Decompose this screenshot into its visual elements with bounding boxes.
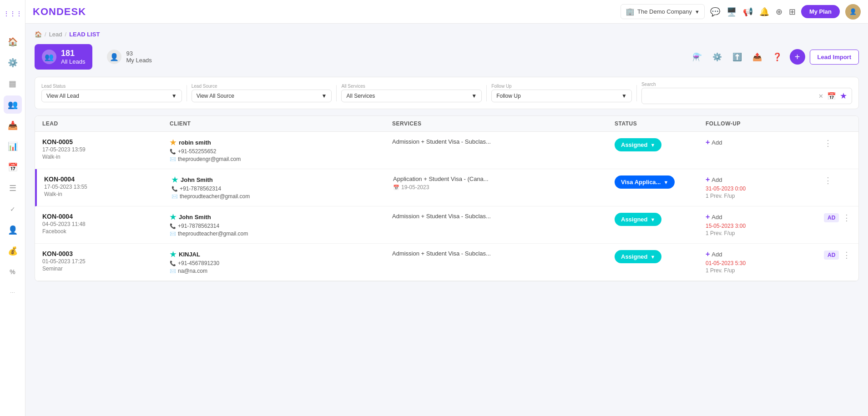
lead-id: KON-0004 [42, 213, 170, 220]
all-leads-icon: 👥 [42, 50, 56, 64]
calendar-icon: 📅 [393, 185, 399, 190]
help-icon[interactable]: ❓ [770, 49, 785, 65]
sidebar-item-more[interactable]: ⋯ [4, 284, 22, 302]
follow-up-select[interactable]: Follow Up ▼ [491, 90, 632, 102]
export-icon[interactable]: 📤 [750, 49, 765, 65]
megaphone-icon[interactable]: 📢 [743, 7, 753, 17]
all-leads-tab[interactable]: 👥 181 All Leads [35, 44, 92, 70]
lead-status-select[interactable]: View All Lead ▼ [41, 90, 182, 102]
status-button[interactable]: Assigned ▼ [615, 213, 661, 226]
star-filter-icon[interactable]: ★ [840, 91, 847, 101]
followup-prev: 1 Prev. F/up [706, 230, 824, 236]
sidebar-item-contacts[interactable]: 👤 [4, 221, 22, 239]
sidebar-item-settings[interactable]: ⚙️ [4, 54, 22, 72]
row-actions: AD⋮ [824, 250, 851, 260]
followup-add-btn[interactable]: + Add [706, 138, 824, 146]
sidebar-item-report[interactable]: 📊 [4, 137, 22, 155]
message-icon[interactable]: 💬 [710, 7, 720, 17]
services-info: Admission + Student Visa - Subclas... [392, 213, 615, 220]
row-actions: AD⋮ [824, 213, 851, 223]
sidebar-item-chart[interactable]: ▦ [4, 75, 22, 93]
followup-add-btn[interactable]: + Add [706, 213, 824, 221]
avatar[interactable]: 👤 [845, 4, 861, 20]
row-menu-icon[interactable]: ⋮ [824, 175, 832, 185]
followup-add-btn[interactable]: + Add [706, 175, 824, 184]
lead-date: 17-05-2023 13:59 [42, 146, 170, 153]
lead-import-button[interactable]: Lead Import [810, 50, 859, 65]
follow-up-filter: Follow Up Follow Up ▼ [491, 84, 632, 102]
status-button[interactable]: Assigned ▼ [615, 138, 661, 151]
sidebar-item-menu[interactable]: ⋮⋮⋮ [4, 5, 22, 23]
my-leads-tab[interactable]: 👤 93 My Leads [100, 45, 159, 69]
company-selector[interactable]: 🏢 The Demo Company ▼ [621, 4, 705, 19]
grid-icon[interactable]: ⊞ [789, 7, 796, 17]
lead-source-select[interactable]: View All Source ▼ [192, 90, 332, 102]
col-lead: LEAD [42, 120, 170, 127]
sidebar-item-calendar[interactable]: 📅 [4, 158, 22, 176]
lead-source: Walk-in [42, 154, 170, 160]
sidebar-item-tasks[interactable]: ✓ [4, 200, 22, 218]
home-link[interactable]: 🏠 [35, 31, 42, 38]
sidebar-item-percent[interactable]: % [4, 263, 22, 281]
breadcrumb-sep1: / [45, 31, 46, 38]
monitor-icon[interactable]: 🖥️ [727, 7, 737, 17]
lead-id: KON-0004 [44, 175, 172, 183]
upload-icon[interactable]: ⬆️ [730, 49, 745, 65]
lead-info: KON-0004 17-05-2023 13:55 Walk-in [44, 175, 172, 197]
company-name: The Demo Company [637, 8, 692, 15]
phone-icon: 📞 [172, 186, 178, 192]
lead-source-filter: Lead Source View All Source ▼ [192, 84, 332, 102]
lead-source: Facebook [42, 228, 170, 235]
gear-icon[interactable]: ⚙️ [710, 49, 725, 65]
col-client: CLIENT [170, 120, 392, 127]
filters-bar: Lead Status View All Lead ▼ Lead Source … [35, 77, 859, 109]
plus-circle-icon[interactable]: ⊕ [776, 7, 782, 17]
all-services-select[interactable]: All Services ▼ [341, 90, 482, 102]
sidebar-item-home[interactable]: 🏠 [4, 33, 22, 51]
client-phone: 📞 +91-552255652 [170, 148, 392, 155]
clear-search-icon[interactable]: ✕ [818, 93, 823, 100]
sidebar-item-people[interactable]: 👥 [4, 95, 22, 114]
followup-cell: + Add31-05-2023 0:001 Prev. F/up [706, 175, 824, 199]
sidebar-item-wallet[interactable]: 💰 [4, 242, 22, 260]
plan-button[interactable]: My Plan [801, 5, 840, 18]
followup-add-btn[interactable]: + Add [706, 250, 824, 258]
calendar-icon[interactable]: 📅 [827, 92, 836, 100]
client-email: ✉️ theproudengr@gmail.com [170, 156, 392, 162]
add-button[interactable]: + [790, 49, 805, 65]
col-status: STATUS [615, 120, 706, 127]
page-content: 🏠 / Lead / LEAD LIST 👥 181 All Leads 👤 9… [25, 24, 868, 416]
lead-source-value: View All Source [197, 93, 234, 99]
follow-up-label: Follow Up [491, 84, 632, 89]
table-row: KON-0005 17-05-2023 13:59 Walk-in ★ robi… [35, 132, 858, 169]
status-button[interactable]: Visa Applica... ▼ [615, 175, 675, 189]
ad-badge: AD [824, 251, 839, 260]
bell-icon[interactable]: 🔔 [759, 7, 769, 17]
sidebar-item-list[interactable]: ☰ [4, 179, 22, 197]
client-star-icon: ★ [170, 138, 176, 147]
lead-info: KON-0004 04-05-2023 11:48 Facebook [42, 213, 170, 235]
followup-cell: + Add15-05-2023 3:001 Prev. F/up [706, 213, 824, 236]
search-input[interactable] [646, 93, 815, 99]
status-cell: Assigned ▼ [615, 138, 706, 151]
table-body: KON-0005 17-05-2023 13:59 Walk-in ★ robi… [35, 132, 858, 281]
filter-icon[interactable]: ⚗️ [690, 49, 705, 65]
row-menu-icon[interactable]: ⋮ [843, 250, 851, 260]
lead-link[interactable]: Lead [49, 31, 62, 38]
search-box: ✕ 📅 ★ [641, 88, 852, 104]
row-menu-icon[interactable]: ⋮ [824, 138, 832, 148]
top-nav: KONDESK 🏢 The Demo Company ▼ 💬 🖥️ 📢 🔔 ⊕ … [25, 0, 868, 24]
phone-icon: 📞 [170, 223, 176, 229]
all-services-filter: All Services All Services ▼ [341, 84, 482, 102]
row-menu-icon[interactable]: ⋮ [843, 213, 851, 223]
table-header: LEAD CLIENT SERVICES STATUS FOLLOW-UP [35, 116, 858, 132]
filter-divider-2 [336, 85, 337, 101]
client-star-icon: ★ [170, 213, 176, 221]
lead-date: 04-05-2023 11:48 [42, 221, 170, 227]
leads-table: LEAD CLIENT SERVICES STATUS FOLLOW-UP KO… [35, 115, 859, 281]
ad-badge: AD [824, 213, 839, 222]
sidebar-item-inbox[interactable]: 📥 [4, 116, 22, 135]
status-button[interactable]: Assigned ▼ [615, 250, 661, 263]
followup-date: 01-05-2023 5:30 [706, 260, 824, 266]
services-info: Application + Student Visa - (Cana... 📅1… [393, 175, 615, 190]
